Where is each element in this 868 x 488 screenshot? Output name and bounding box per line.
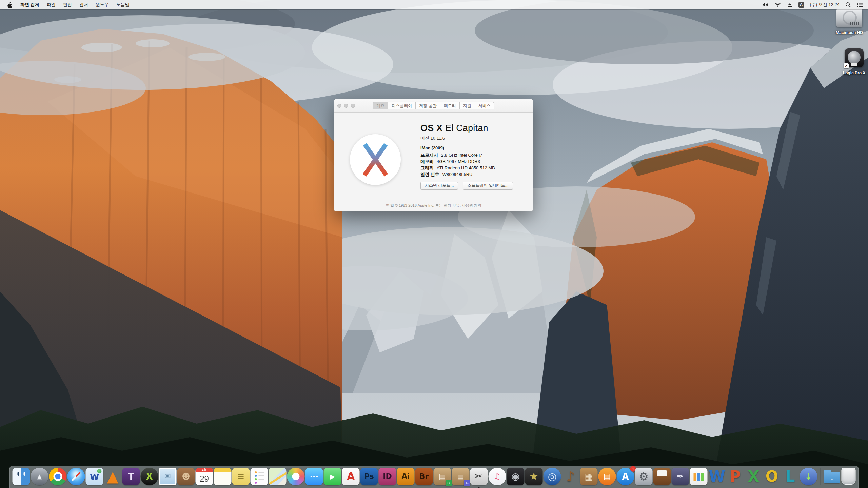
os-title-secondary: El Capitan	[445, 123, 488, 133]
dock-illustrator[interactable]: Ai	[397, 468, 415, 485]
menu-5[interactable]: 도움말	[113, 0, 133, 9]
tab-2[interactable]: 저장 공간	[416, 102, 440, 109]
wifi-icon[interactable]	[774, 2, 781, 7]
dock-lync[interactable]: L	[782, 468, 799, 485]
logic-pro-glyph: ◉	[511, 472, 519, 481]
dock-outlook[interactable]: O	[763, 468, 781, 485]
dock-word[interactable]: W	[708, 468, 726, 485]
menu-2[interactable]: 편집	[59, 0, 76, 9]
dock-itunes[interactable]: ♫	[489, 468, 506, 485]
dock-facetime[interactable]: ▶	[324, 468, 341, 485]
tab-5[interactable]: 서비스	[475, 102, 494, 109]
app-tag-badge: G	[464, 480, 470, 486]
dock-messages[interactable]: •••	[305, 468, 323, 485]
dock-photoshop[interactable]: Ps	[360, 468, 378, 485]
dock-chrome[interactable]	[49, 468, 67, 485]
acrobat-reader-glyph: A	[347, 471, 355, 482]
dock-vlc[interactable]: ▲	[104, 468, 122, 485]
window-titlebar[interactable]: 개요디스플레이저장 공간메모리지원서비스	[334, 99, 533, 113]
facetime-glyph: ▶	[330, 473, 335, 480]
word-glyph: W	[709, 469, 725, 484]
imovie-glyph: ★	[529, 471, 538, 482]
dock-indesign[interactable]: ID	[379, 468, 396, 485]
mail-glyph: ✉	[164, 473, 171, 480]
dock-imovie[interactable]: ★	[525, 468, 543, 485]
dock-powerpoint[interactable]: P	[727, 468, 744, 485]
menu-3[interactable]: 캡처	[76, 0, 92, 9]
dock-x-dark-app[interactable]: X	[141, 468, 158, 485]
tab-1[interactable]: 디스플레이	[388, 102, 416, 109]
minimize-button[interactable]	[344, 104, 348, 108]
desktop-icon-label: Macintosh HD	[836, 30, 863, 35]
alias-arrow-badge: ↗	[844, 63, 849, 68]
os-title-primary: OS X	[420, 123, 442, 133]
stuffit-expander-glyph: ▤	[439, 473, 446, 480]
dock-bridge[interactable]: Br	[415, 468, 433, 485]
dock-logic-pro[interactable]: ◉	[507, 468, 525, 485]
stickies-glyph: ≡	[237, 472, 245, 481]
dock-toast[interactable]: T	[122, 468, 140, 485]
pages-glyph: ✒	[677, 472, 684, 481]
spotlight-icon[interactable]	[845, 2, 851, 8]
dock-excel[interactable]: X	[745, 468, 763, 485]
apple-menu[interactable]	[5, 2, 17, 8]
screen-capture-glyph: ✂	[475, 472, 483, 481]
desktop: 화면 캡처파일편집캡처윈도우도움말 A (수) 오전 12:24 Macinto…	[0, 0, 868, 488]
tab-3[interactable]: 메모리	[440, 102, 460, 109]
dock-mail[interactable]: ✉	[159, 468, 177, 485]
dvd-player-glyph: ◎	[548, 471, 556, 482]
calendar-day: 29	[196, 472, 213, 485]
menu-0[interactable]: 화면 캡처	[17, 0, 43, 9]
dock-garageband[interactable]: ♪	[562, 468, 579, 485]
dock-downloads-folder[interactable]: ↓	[823, 468, 841, 485]
dock-corkboard-app[interactable]: ▦	[580, 468, 598, 485]
dock-stickies[interactable]: ≡	[232, 468, 250, 485]
dock-notes[interactable]	[214, 468, 232, 485]
dock-photos[interactable]	[287, 468, 305, 485]
dock-reminders[interactable]	[251, 468, 268, 485]
dock-ibooks[interactable]: ▤	[598, 468, 616, 485]
dock-system-preferences[interactable]: ⚙	[635, 468, 653, 485]
dock-trash[interactable]	[842, 468, 856, 485]
dock-screen-capture[interactable]: ✂	[470, 468, 488, 485]
dock-w-globe-app[interactable]: w	[86, 468, 103, 485]
dock-dropstuff[interactable]: ▤G	[452, 468, 470, 485]
dock-numbers[interactable]	[690, 468, 708, 485]
app-store-glyph: A	[622, 472, 629, 481]
dock-acrobat-reader[interactable]: A	[342, 468, 360, 485]
desktop-icon-macintosh-hd[interactable]: Macintosh HD	[831, 9, 868, 35]
about-button-0[interactable]: 시스템 리포트...	[420, 182, 458, 190]
input-source-menu[interactable]: A	[798, 2, 804, 8]
menu-1[interactable]: 파일	[43, 0, 59, 9]
dock-finder[interactable]	[13, 468, 30, 485]
apple-logo-icon	[7, 2, 12, 8]
menu-clock[interactable]: (수) 오전 12:24	[810, 2, 840, 8]
dock-stuffit-expander[interactable]: ▤G	[434, 468, 451, 485]
dock-download-manager[interactable]: ↓	[800, 468, 817, 485]
about-button-1[interactable]: 소프트웨어 업데이트...	[463, 182, 513, 190]
dock-app-store[interactable]: A1	[617, 468, 634, 485]
spec-row-2: 그래픽ATI Radeon HD 4850 512 MB	[420, 165, 495, 171]
dock-keynote[interactable]	[653, 468, 671, 485]
dock-pages[interactable]: ✒	[672, 468, 689, 485]
menu-4[interactable]: 윈도우	[92, 0, 113, 9]
dock-calendar[interactable]: 1월29	[196, 468, 213, 485]
tab-0[interactable]: 개요	[373, 102, 388, 109]
eject-icon[interactable]	[787, 2, 793, 7]
volume-icon[interactable]	[762, 2, 769, 7]
dock-launchpad[interactable]: ▲	[31, 468, 48, 485]
close-button[interactable]	[337, 104, 341, 108]
notification-center-icon[interactable]	[857, 2, 863, 7]
menu-items: 화면 캡처파일편집캡처윈도우도움말	[17, 0, 133, 9]
dock-dvd-player[interactable]: ◎	[544, 468, 561, 485]
wallpaper-el-capitan	[0, 0, 868, 488]
zoom-button[interactable]	[351, 104, 355, 108]
dock-safari[interactable]	[67, 468, 85, 485]
tab-4[interactable]: 지원	[460, 102, 475, 109]
indesign-glyph: ID	[383, 473, 392, 480]
about-this-mac-window[interactable]: 개요디스플레이저장 공간메모리지원서비스 OS X El Capitan 버전 …	[334, 99, 533, 211]
dock-maps[interactable]	[269, 468, 287, 485]
desktop-icon-logic-pro-x[interactable]: ↗Logic Pro X	[835, 48, 868, 75]
dock-contacts[interactable]: ☻	[177, 468, 195, 485]
excel-glyph: X	[748, 469, 760, 484]
